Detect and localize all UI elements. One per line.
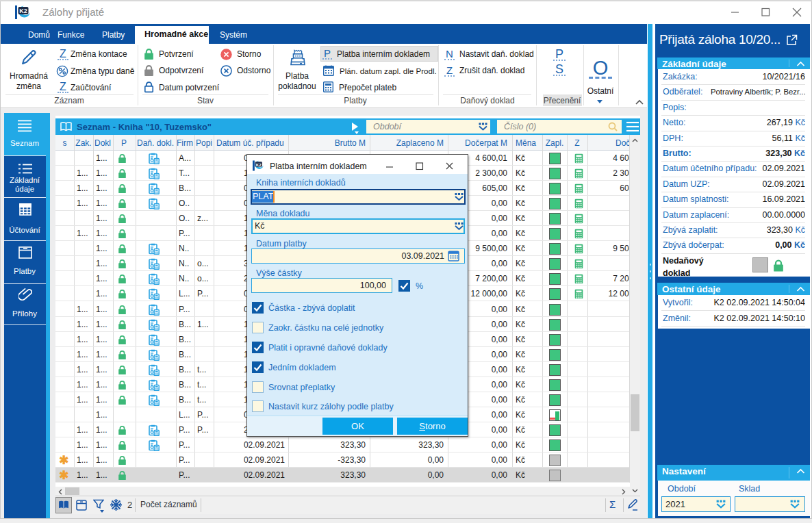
svg-text:K2: K2 [19,8,27,14]
svg-text:K2: K2 [256,163,262,167]
